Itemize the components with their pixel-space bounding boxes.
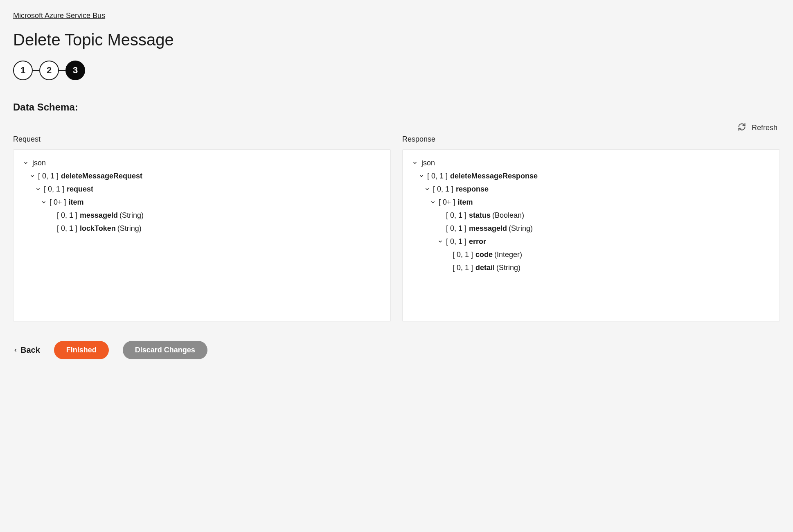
chevron-down-icon[interactable]	[423, 186, 431, 192]
tree-node-occur: [ 0, 1 ]	[427, 169, 448, 183]
step-3[interactable]: 3	[65, 61, 85, 80]
tree-row-response[interactable]: [ 0, 1 ] response	[411, 183, 771, 196]
tree-node-occur: [ 0, 1 ]	[453, 248, 473, 261]
tree-node-occur: [ 0, 1 ]	[38, 169, 59, 183]
step-connector	[59, 70, 65, 71]
tree-row-json[interactable]: json	[411, 156, 771, 169]
step-1[interactable]: 1	[13, 61, 33, 80]
tree-node-label: json	[421, 156, 435, 169]
tree-node-name: item	[69, 196, 84, 209]
tree-node-name: messageId	[80, 209, 118, 222]
chevron-down-icon[interactable]	[411, 160, 419, 166]
tree-row-messageid[interactable]: [ 0, 1 ] messageId (String)	[411, 222, 771, 235]
chevron-down-icon[interactable]	[429, 199, 437, 205]
schema-panel-request: json [ 0, 1 ] deleteMessageRequest [ 0, …	[13, 149, 391, 321]
tree-node-occur: [ 0+ ]	[50, 196, 66, 209]
tree-node-occur: [ 0, 1 ]	[446, 209, 466, 222]
tree-node-type: (String)	[496, 261, 520, 274]
finished-button[interactable]: Finished	[54, 341, 109, 359]
tree-node-type: (String)	[117, 222, 142, 235]
tree-node-name: deleteMessageRequest	[61, 169, 142, 183]
tree-node-name: item	[458, 196, 473, 209]
tree-row-request[interactable]: [ 0, 1 ] request	[22, 183, 382, 196]
schema-panel-response: json [ 0, 1 ] deleteMessageResponse [ 0,…	[402, 149, 780, 321]
step-connector	[33, 70, 39, 71]
column-header-request: Request	[13, 135, 391, 144]
page-title: Delete Topic Message	[13, 31, 780, 49]
tree-node-occur: [ 0+ ]	[439, 196, 455, 209]
back-button[interactable]: Back	[13, 342, 40, 358]
tree-row-deletemessageresponse[interactable]: [ 0, 1 ] deleteMessageResponse	[411, 169, 771, 183]
tree-row-json[interactable]: json	[22, 156, 382, 169]
tree-node-occur: [ 0, 1 ]	[453, 261, 473, 274]
column-header-response: Response	[402, 135, 780, 144]
chevron-down-icon[interactable]	[417, 173, 426, 179]
tree-node-label: json	[32, 156, 46, 169]
tree-row-item[interactable]: [ 0+ ] item	[411, 196, 771, 209]
chevron-down-icon[interactable]	[34, 186, 42, 192]
tree-node-occur: [ 0, 1 ]	[57, 222, 77, 235]
tree-row-messageid[interactable]: [ 0, 1 ] messageId (String)	[22, 209, 382, 222]
tree-node-type: (Boolean)	[492, 209, 524, 222]
breadcrumb-link[interactable]: Microsoft Azure Service Bus	[13, 11, 105, 20]
tree-row-item[interactable]: [ 0+ ] item	[22, 196, 382, 209]
chevron-down-icon[interactable]	[40, 199, 48, 205]
tree-node-name: status	[469, 209, 491, 222]
refresh-button[interactable]: Refresh	[13, 123, 780, 133]
step-2[interactable]: 2	[39, 61, 59, 80]
refresh-label: Refresh	[752, 124, 777, 132]
tree-row-locktoken[interactable]: [ 0, 1 ] lockToken (String)	[22, 222, 382, 235]
tree-node-occur: [ 0, 1 ]	[44, 183, 64, 196]
tree-node-type: (String)	[119, 209, 144, 222]
discard-changes-button[interactable]: Discard Changes	[123, 341, 207, 359]
refresh-icon	[738, 123, 746, 133]
tree-node-name: code	[475, 248, 493, 261]
stepper: 1 2 3	[13, 61, 780, 80]
tree-row-detail[interactable]: [ 0, 1 ] detail (String)	[411, 261, 771, 274]
back-button-label: Back	[20, 345, 40, 355]
tree-node-name: error	[469, 235, 486, 248]
tree-node-name: response	[456, 183, 489, 196]
chevron-down-icon[interactable]	[436, 239, 444, 244]
tree-row-code[interactable]: [ 0, 1 ] code (Integer)	[411, 248, 771, 261]
tree-node-occur: [ 0, 1 ]	[446, 235, 466, 248]
tree-node-name: deleteMessageResponse	[450, 169, 538, 183]
tree-node-type: (Integer)	[494, 248, 522, 261]
chevron-left-icon	[13, 345, 18, 355]
schema-column-request: Request json [ 0, 1 ] deleteMessageReque…	[13, 135, 391, 321]
schema-column-response: Response json [ 0, 1 ] deleteMessageResp…	[402, 135, 780, 321]
chevron-down-icon[interactable]	[28, 173, 36, 179]
footer-buttons: Back Finished Discard Changes	[13, 341, 780, 359]
tree-row-deletemessagerequest[interactable]: [ 0, 1 ] deleteMessageRequest	[22, 169, 382, 183]
schema-columns: Request json [ 0, 1 ] deleteMessageReque…	[13, 135, 780, 321]
tree-row-error[interactable]: [ 0, 1 ] error	[411, 235, 771, 248]
tree-node-name: request	[67, 183, 93, 196]
tree-node-name: lockToken	[80, 222, 116, 235]
tree-node-occur: [ 0, 1 ]	[446, 222, 466, 235]
tree-node-occur: [ 0, 1 ]	[57, 209, 77, 222]
tree-node-name: messageId	[469, 222, 507, 235]
tree-row-status[interactable]: [ 0, 1 ] status (Boolean)	[411, 209, 771, 222]
tree-node-name: detail	[475, 261, 495, 274]
chevron-down-icon[interactable]	[22, 160, 30, 166]
tree-node-type: (String)	[509, 222, 533, 235]
section-title: Data Schema:	[13, 101, 780, 113]
tree-node-occur: [ 0, 1 ]	[433, 183, 453, 196]
